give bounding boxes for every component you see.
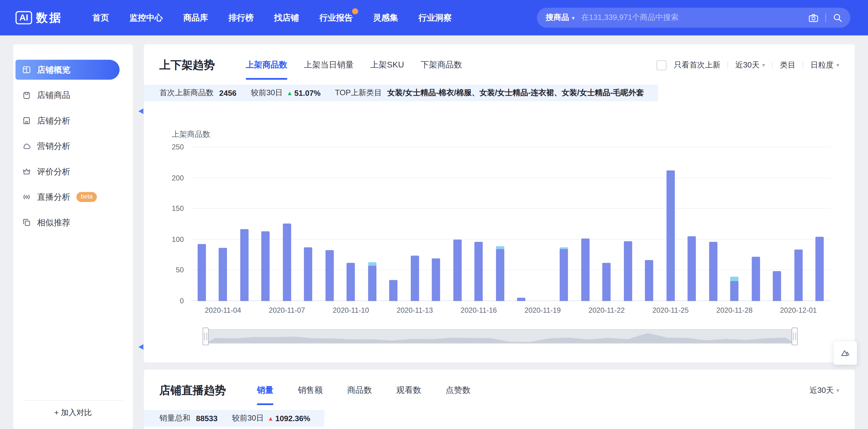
bar-segment-onshelf: [581, 238, 590, 301]
search-icon[interactable]: [832, 13, 842, 23]
bar-slot-2020-11-24[interactable]: [639, 147, 660, 301]
nav-item-product-library[interactable]: 商品库: [183, 12, 208, 23]
category-select[interactable]: 类目: [780, 60, 795, 70]
tab-onshelf-sku[interactable]: 上架SKU: [370, 60, 404, 70]
tab-offshelf-count[interactable]: 下架商品数: [421, 60, 462, 70]
bar-slot-2020-11-17[interactable]: [490, 147, 511, 301]
tab-like-count[interactable]: 点赞数: [446, 385, 471, 396]
bar-slot-2020-11-13[interactable]: 2020-11-13: [404, 147, 426, 301]
bar-slot-2020-11-22[interactable]: 2020-11-22: [596, 147, 617, 301]
tab-onshelf-day-sales[interactable]: 上架当日销量: [304, 60, 353, 70]
search-category-dropdown[interactable]: 搜商品 ▾: [546, 13, 575, 23]
y-tick-label: 100: [151, 234, 184, 244]
search-input[interactable]: 在131,339,971个商品中搜索: [581, 13, 808, 23]
bar-slot-2020-11-05[interactable]: [234, 147, 255, 301]
bar-slot-2020-11-30[interactable]: [767, 147, 788, 301]
live-trend-tabs: 销量销售额商品数观看数点赞数: [257, 385, 470, 396]
tab-sales-volume[interactable]: 销量: [257, 385, 273, 396]
bar-slot-2020-11-03[interactable]: [191, 147, 213, 301]
sidebar-item-shop-analysis[interactable]: 店铺分析: [16, 110, 119, 130]
tab-sales-amount[interactable]: 销售额: [298, 385, 323, 396]
bar-segment-onshelf: [752, 257, 760, 301]
bars: 2020-11-042020-11-072020-11-102020-11-13…: [191, 147, 830, 301]
bar-slot-2020-11-25[interactable]: 2020-11-25: [660, 147, 681, 301]
sidebar-item-live-analysis[interactable]: 直播分析beta: [16, 187, 119, 207]
live-icon: [22, 193, 31, 201]
divider: [727, 62, 728, 69]
chevron-down-icon: ▾: [762, 62, 765, 68]
tab-product-count[interactable]: 商品数: [347, 385, 372, 396]
bar-slot-2020-11-10[interactable]: 2020-11-10: [340, 147, 362, 301]
sidebar-item-review-analysis[interactable]: 评价分析: [16, 162, 119, 182]
nav-item-rankings[interactable]: 排行榜: [229, 12, 254, 23]
bar-slot-2020-11-06[interactable]: [255, 147, 276, 301]
bar-slot-2020-11-04[interactable]: 2020-11-04: [212, 147, 234, 301]
date-range-select[interactable]: 近30天 ▾: [735, 60, 765, 70]
bar-slot-2020-11-29[interactable]: [745, 147, 767, 301]
bar-slot-2020-11-28[interactable]: 2020-11-28: [724, 147, 745, 301]
bar-segment-onshelf: [496, 249, 504, 301]
nav-item-industry-reports[interactable]: 行业报告: [319, 12, 352, 23]
product-search-bar[interactable]: 搜商品 ▾ 在131,339,971个商品中搜索: [537, 8, 850, 28]
sidebar-item-shop-products[interactable]: 店铺商品: [16, 85, 119, 105]
nav-item-industry-insight[interactable]: 行业洞察: [418, 12, 452, 23]
nav-item-home[interactable]: 首页: [93, 12, 109, 23]
top-navigation-bar: AI 数据 首页监控中心商品库排行榜找店铺行业报告灵感集行业洞察 搜商品 ▾ 在…: [0, 0, 868, 36]
notification-dot: [352, 8, 358, 14]
bar-slot-2020-12-02[interactable]: [809, 147, 830, 301]
tab-onshelf-count[interactable]: 上架商品数: [246, 60, 287, 70]
live-date-range-select[interactable]: 近30天 ▾: [809, 385, 839, 395]
back-to-top-button[interactable]: [834, 341, 857, 365]
bar-slot-2020-11-15[interactable]: [447, 147, 468, 301]
bar-slot-2020-11-07[interactable]: 2020-11-07: [276, 147, 298, 301]
bar-slot-2020-11-26[interactable]: [681, 147, 703, 301]
bar-segment-onshelf: [261, 231, 270, 301]
nav-item-find-shops[interactable]: 找店铺: [274, 12, 299, 23]
bar-slot-2020-11-16[interactable]: 2020-11-16: [468, 147, 490, 301]
beta-badge: beta: [76, 192, 97, 202]
add-compare-button[interactable]: + 加入对比: [22, 400, 124, 425]
collapse-handle-bottom-icon[interactable]: [138, 344, 144, 350]
bar-slot-2020-11-09[interactable]: [319, 147, 340, 301]
sidebar-item-shop-overview[interactable]: 店铺概览: [16, 60, 119, 79]
bar-slot-2020-11-19[interactable]: 2020-11-19: [532, 147, 553, 301]
search-divider: [826, 13, 826, 22]
nav-item-inspiration[interactable]: 灵感集: [373, 12, 398, 23]
bar-segment-onshelf: [410, 256, 419, 301]
bar-segment-new: [730, 276, 739, 281]
sidebar-item-marketing-analysis[interactable]: 营销分析: [16, 136, 119, 156]
bar-segment-onshelf: [326, 250, 334, 301]
bar-slot-2020-11-08[interactable]: [298, 147, 319, 301]
first-launch-checkbox[interactable]: [657, 60, 667, 70]
top-category-value: 女装/女士精品-棉衣/棉服、女装/女士精品-连衣裙、女装/女士精品-毛呢外套: [387, 88, 644, 98]
datazoom-slider[interactable]: [205, 329, 796, 344]
bar-segment-onshelf: [219, 248, 227, 301]
live-trend-card: 店铺直播趋势 销量销售额商品数观看数点赞数 近30天 ▾ 销量总和 88533 …: [144, 370, 855, 429]
bar-slot-2020-12-01[interactable]: 2020-12-01: [788, 147, 809, 301]
x-tick-label: 2020-11-25: [652, 306, 689, 315]
bar-slot-2020-11-21[interactable]: [575, 147, 596, 301]
tab-view-count[interactable]: 观看数: [396, 385, 421, 396]
datazoom-right-handle[interactable]: [792, 327, 798, 345]
bar-slot-2020-11-11[interactable]: [361, 147, 383, 301]
bar-segment-onshelf: [730, 282, 739, 301]
bar-chart: 2020-11-042020-11-072020-11-102020-11-13…: [191, 147, 830, 301]
bar-slot-2020-11-20[interactable]: [553, 147, 575, 301]
collapse-handle-top-icon[interactable]: [138, 108, 144, 114]
bar-slot-2020-11-14[interactable]: [426, 147, 447, 301]
nav-item-monitor-center[interactable]: 监控中心: [130, 12, 163, 23]
bar-slot-2020-11-18[interactable]: [510, 147, 532, 301]
bar-segment-new: [496, 246, 504, 249]
app-logo[interactable]: AI 数据: [16, 10, 62, 25]
camera-icon[interactable]: [808, 12, 819, 23]
sidebar-item-label: 店铺商品: [37, 90, 70, 100]
chevron-down-icon: ▾: [836, 388, 839, 393]
bar-slot-2020-11-27[interactable]: [703, 147, 724, 301]
granularity-select[interactable]: 日粒度 ▾: [810, 60, 839, 70]
sidebar-item-similar-recommend[interactable]: 相似推荐: [16, 212, 119, 232]
bar-slot-2020-11-12[interactable]: [383, 147, 404, 301]
datazoom-left-handle[interactable]: [203, 327, 209, 345]
sidebar-item-label: 营销分析: [37, 141, 70, 151]
nav-menu: 首页监控中心商品库排行榜找店铺行业报告灵感集行业洞察: [93, 12, 452, 23]
bar-slot-2020-11-23[interactable]: [617, 147, 639, 301]
